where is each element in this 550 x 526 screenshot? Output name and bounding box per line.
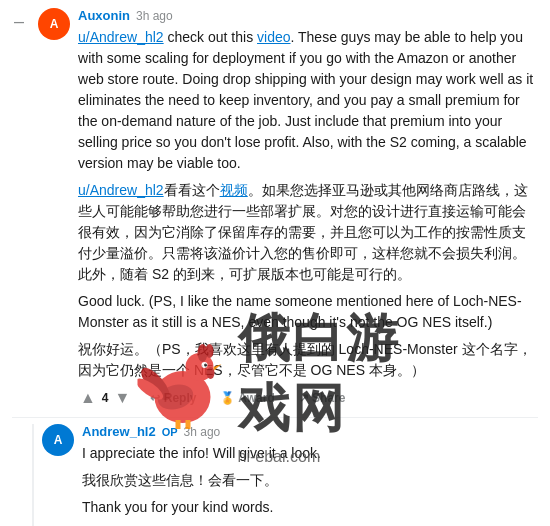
comment-text-andrew: I appreciate the info! Will give it a lo… <box>82 443 538 526</box>
para-3: Good luck. (PS, I like the name someone … <box>78 291 538 333</box>
username-andrew[interactable]: Andrew_hl2 <box>82 424 156 439</box>
andrew-para-2: 我很欣赏这些信息！会看一下。 <box>82 470 538 491</box>
para-1: u/Andrew_hl2 check out this video. These… <box>78 27 538 174</box>
award-button-auxonin[interactable]: 🏅 Award <box>214 387 280 409</box>
mention-andrew-cn[interactable]: u/Andrew_hl2 <box>78 182 164 198</box>
collapse-button-auxonin[interactable]: – <box>12 12 26 30</box>
comment-text-auxonin: u/Andrew_hl2 check out this video. These… <box>78 27 538 381</box>
comments-container: – A Auxonin 3h ago u/Andrew_hl2 check ou… <box>0 0 550 526</box>
reply-thread-andrew: A Andrew_hl2 OP 3h ago I appreciate the … <box>32 424 538 526</box>
video-link-cn[interactable]: 视频 <box>220 182 248 198</box>
upvote-button-auxonin[interactable]: ▲ <box>78 387 98 409</box>
share-button-auxonin[interactable]: ↗ Share <box>293 387 352 409</box>
time-andrew: 3h ago <box>184 425 221 439</box>
comment-content-auxonin: Auxonin 3h ago u/Andrew_hl2 check out th… <box>78 8 538 409</box>
actions-auxonin: ▲ 4 ▼ ↩ Reply 🏅 Award ↗ Share <box>78 387 538 409</box>
avatar-andrew: A <box>42 424 74 456</box>
andrew-para-3: Thank you for your kind words. <box>82 497 538 518</box>
para-4: 祝你好运。（PS，我喜欢这里有人提到的 Loch-NES-Monster 这个名… <box>78 339 538 381</box>
comment-andrew: A Andrew_hl2 OP 3h ago I appreciate the … <box>42 424 538 526</box>
avatar-auxonin: A <box>38 8 70 40</box>
mention-andrew[interactable]: u/Andrew_hl2 <box>78 29 164 45</box>
comment-header-andrew: Andrew_hl2 OP 3h ago <box>82 424 538 439</box>
video-link[interactable]: video <box>257 29 290 45</box>
comment-header-auxonin: Auxonin 3h ago <box>78 8 538 23</box>
divider-1 <box>12 417 538 418</box>
username-auxonin[interactable]: Auxonin <box>78 8 130 23</box>
op-tag-andrew: OP <box>162 426 178 438</box>
andrew-para-1: I appreciate the info! Will give it a lo… <box>82 443 538 464</box>
time-auxonin: 3h ago <box>136 9 173 23</box>
vote-count-auxonin: 4 <box>102 391 109 405</box>
vote-actions-auxonin: ▲ 4 ▼ <box>78 387 132 409</box>
para-2: u/Andrew_hl2看看这个视频。如果您选择亚马逊或其他网络商店路线，这些人… <box>78 180 538 285</box>
reply-button-auxonin[interactable]: ↩ Reply <box>144 387 202 409</box>
comment-auxonin: – A Auxonin 3h ago u/Andrew_hl2 check ou… <box>12 8 538 409</box>
comment-content-andrew: Andrew_hl2 OP 3h ago I appreciate the in… <box>82 424 538 526</box>
downvote-button-auxonin[interactable]: ▼ <box>113 387 133 409</box>
